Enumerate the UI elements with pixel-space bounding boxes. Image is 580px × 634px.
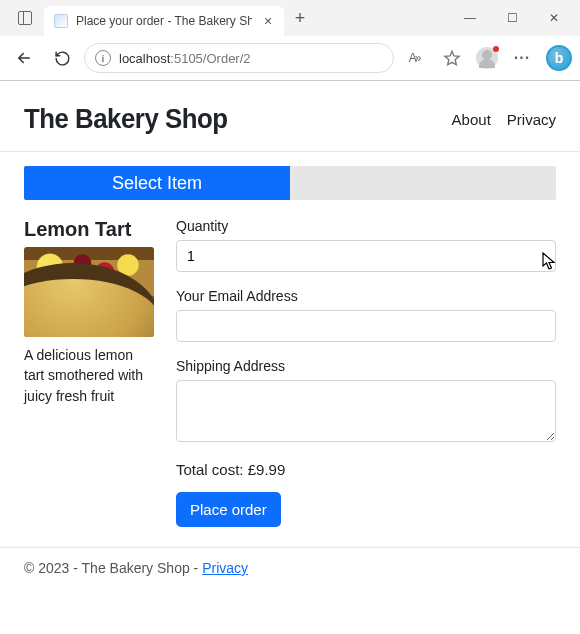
favorites-icon[interactable] [438, 44, 466, 72]
site-info-icon[interactable]: i [95, 50, 111, 66]
email-input[interactable] [176, 310, 556, 342]
browser-tab[interactable]: Place your order - The Bakery Sh × [44, 6, 284, 36]
order-progress: Select Item [24, 166, 556, 200]
reader-mode-icon[interactable]: A» [400, 44, 428, 72]
tab-actions-icon[interactable] [6, 11, 44, 25]
item-column: Lemon Tart A delicious lemon tart smothe… [24, 218, 154, 406]
bing-sidebar-icon[interactable] [546, 45, 572, 71]
nav-about[interactable]: About [452, 111, 491, 128]
minimize-button[interactable]: — [450, 4, 490, 32]
item-title: Lemon Tart [24, 218, 154, 241]
site-header: The Bakery Shop About Privacy [0, 93, 580, 152]
maximize-button[interactable]: ☐ [492, 4, 532, 32]
url-path: /Order/2 [203, 51, 251, 66]
more-menu-icon[interactable]: ··· [508, 44, 536, 72]
close-window-button[interactable]: ✕ [534, 4, 574, 32]
footer-privacy-link[interactable]: Privacy [202, 560, 248, 576]
url-input[interactable]: i localhost:5105/Order/2 [84, 43, 394, 73]
shipping-label: Shipping Address [176, 358, 556, 374]
total-value: £9.99 [248, 461, 286, 478]
item-image [24, 247, 154, 337]
quantity-input[interactable] [176, 240, 556, 272]
tab-title: Place your order - The Bakery Sh [76, 14, 252, 28]
brand-logo[interactable]: The Bakery Shop [24, 103, 228, 135]
nav-privacy[interactable]: Privacy [507, 111, 556, 128]
address-bar: i localhost:5105/Order/2 A» ··· [0, 36, 580, 80]
back-button[interactable] [8, 42, 40, 74]
total-cost: Total cost: £9.99 [176, 461, 556, 478]
place-order-button[interactable]: Place order [176, 492, 281, 527]
notification-dot-icon [493, 46, 499, 52]
page-content: The Bakery Shop About Privacy Select Ite… [0, 81, 580, 596]
nav-links: About Privacy [452, 111, 556, 128]
window-controls: — ☐ ✕ [450, 4, 574, 32]
progress-step-next [290, 166, 556, 200]
site-footer: © 2023 - The Bakery Shop - Privacy [0, 547, 580, 576]
close-tab-icon[interactable]: × [260, 13, 276, 29]
refresh-button[interactable] [46, 42, 78, 74]
email-label: Your Email Address [176, 288, 556, 304]
progress-step-select[interactable]: Select Item [24, 166, 290, 200]
new-tab-button[interactable]: + [286, 4, 314, 32]
tab-bar: Place your order - The Bakery Sh × + — ☐… [0, 0, 580, 36]
quantity-label: Quantity [176, 218, 556, 234]
favicon-icon [54, 14, 68, 28]
order-form: Quantity Your Email Address Shipping Add… [176, 218, 556, 527]
item-description: A delicious lemon tart smothered with ju… [24, 345, 154, 406]
browser-chrome: Place your order - The Bakery Sh × + — ☐… [0, 0, 580, 81]
shipping-input[interactable] [176, 380, 556, 442]
url-port: :5105 [170, 51, 203, 66]
profile-button[interactable] [476, 47, 498, 69]
footer-copyright: © 2023 - The Bakery Shop - [24, 560, 202, 576]
url-host: localhost [119, 51, 170, 66]
total-label: Total cost: [176, 461, 248, 478]
